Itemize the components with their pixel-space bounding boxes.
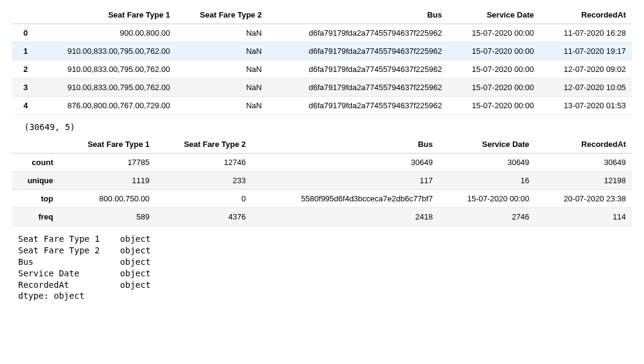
cell-bus: 5580f995d6f4d3bcceca7e2db6c77bf7 (252, 190, 439, 208)
cell-bus: d6fa79179fda2a77455794637f225962 (268, 24, 448, 42)
cell-seat-fare-type-2: 0 (155, 190, 252, 208)
table-row: 0900.00,800.00NaNd6fa79179fda2a774557946… (12, 24, 632, 42)
cell-bus: d6fa79179fda2a77455794637f225962 (268, 97, 448, 115)
cell-bus: 117 (252, 172, 439, 190)
row-index: 2 (12, 60, 34, 79)
header-row: Seat Fare Type 1 Seat Fare Type 2 Bus Se… (12, 6, 632, 24)
cell-seat-fare-type-1: 17785 (59, 154, 155, 172)
row-index: 4 (12, 97, 34, 115)
cell-recorded-at: 12-07-2020 09:02 (540, 60, 632, 79)
col-seat-fare-type-2: Seat Fare Type 2 (176, 6, 268, 24)
cell-bus: 2418 (252, 208, 439, 226)
cell-seat-fare-type-1: 900.00,800.00 (34, 24, 176, 42)
cell-recorded-at: 11-07-2020 19:17 (540, 42, 632, 60)
cell-recorded-at: 114 (535, 208, 632, 226)
row-index: 1 (12, 42, 34, 60)
cell-seat-fare-type-2: NaN (176, 97, 268, 115)
cell-service-date: 16 (439, 172, 536, 190)
cell-seat-fare-type-1: 876.00,800.00,767.00,729.00 (34, 97, 176, 115)
table-row: freq589437624182746114 (12, 208, 632, 226)
cell-recorded-at: 30649 (535, 154, 632, 172)
cell-recorded-at: 12-07-2020 10:05 (540, 79, 632, 97)
cell-service-date: 30649 (439, 154, 536, 172)
cell-service-date: 15-07-2020 00:00 (448, 97, 540, 115)
table-row: unique11192331171612198 (12, 172, 632, 190)
dataframe-shape-output: (30649, 5) (24, 122, 632, 132)
cell-seat-fare-type-1: 589 (59, 208, 155, 226)
row-stat-label: top (12, 190, 59, 208)
dtypes-output: Seat Fare Type 1 object Seat Fare Type 2… (18, 233, 632, 302)
cell-seat-fare-type-2: NaN (176, 60, 268, 79)
col-seat-fare-type-1: Seat Fare Type 1 (34, 6, 176, 24)
cell-service-date: 15-07-2020 00:00 (439, 190, 536, 208)
table-row: 3910.00,833.00,795.00,762.00NaNd6fa79179… (12, 79, 632, 97)
table-row: 2910.00,833.00,795.00,762.00NaNd6fa79179… (12, 60, 632, 79)
cell-bus: d6fa79179fda2a77455794637f225962 (268, 60, 448, 79)
cell-recorded-at: 11-07-2020 16:28 (540, 24, 632, 42)
col-service-date: Service Date (448, 6, 540, 24)
cell-seat-fare-type-2: 233 (155, 172, 252, 190)
dataframe-describe-table: Seat Fare Type 1 Seat Fare Type 2 Bus Se… (12, 135, 632, 226)
cell-seat-fare-type-1: 1119 (59, 172, 155, 190)
cell-seat-fare-type-2: 12746 (155, 154, 252, 172)
cell-bus: d6fa79179fda2a77455794637f225962 (268, 42, 448, 60)
col-seat-fare-type-2: Seat Fare Type 2 (155, 135, 252, 154)
cell-service-date: 15-07-2020 00:00 (448, 42, 540, 60)
cell-service-date: 15-07-2020 00:00 (448, 60, 540, 79)
table-row: count1778512746306493064930649 (12, 154, 632, 172)
dataframe-head-table: Seat Fare Type 1 Seat Fare Type 2 Bus Se… (12, 6, 632, 115)
row-stat-label: count (12, 154, 59, 172)
cell-seat-fare-type-2: NaN (176, 79, 268, 97)
col-stat-label (12, 135, 59, 154)
header-row: Seat Fare Type 1 Seat Fare Type 2 Bus Se… (12, 135, 632, 154)
table-row: top800.00,750.0005580f995d6f4d3bcceca7e2… (12, 190, 632, 208)
col-service-date: Service Date (439, 135, 536, 154)
cell-recorded-at: 12198 (535, 172, 632, 190)
cell-recorded-at: 20-07-2020 23:38 (535, 190, 632, 208)
row-index: 3 (12, 79, 34, 97)
cell-seat-fare-type-1: 910.00,833.00,795.00,762.00 (34, 60, 176, 79)
cell-bus: d6fa79179fda2a77455794637f225962 (268, 79, 448, 97)
table-row: 1910.00,833.00,795.00,762.00NaNd6fa79179… (12, 42, 632, 60)
row-stat-label: unique (12, 172, 59, 190)
cell-seat-fare-type-2: NaN (176, 42, 268, 60)
col-recorded-at: RecordedAt (540, 6, 632, 24)
cell-seat-fare-type-1: 910.00,833.00,795.00,762.00 (34, 79, 176, 97)
col-bus: Bus (252, 135, 439, 154)
cell-bus: 30649 (252, 154, 439, 172)
cell-seat-fare-type-2: NaN (176, 24, 268, 42)
row-index: 0 (12, 24, 34, 42)
cell-seat-fare-type-2: 4376 (155, 208, 252, 226)
col-bus: Bus (268, 6, 448, 24)
cell-service-date: 2746 (439, 208, 536, 226)
col-index (12, 6, 34, 24)
row-stat-label: freq (12, 208, 59, 226)
cell-service-date: 15-07-2020 00:00 (448, 79, 540, 97)
cell-service-date: 15-07-2020 00:00 (448, 24, 540, 42)
table-row: 4876.00,800.00,767.00,729.00NaNd6fa79179… (12, 97, 632, 115)
col-recorded-at: RecordedAt (535, 135, 632, 154)
cell-seat-fare-type-1: 800.00,750.00 (59, 190, 155, 208)
cell-seat-fare-type-1: 910.00,833.00,795.00,762.00 (34, 42, 176, 60)
col-seat-fare-type-1: Seat Fare Type 1 (59, 135, 155, 154)
cell-recorded-at: 13-07-2020 01:53 (540, 97, 632, 115)
